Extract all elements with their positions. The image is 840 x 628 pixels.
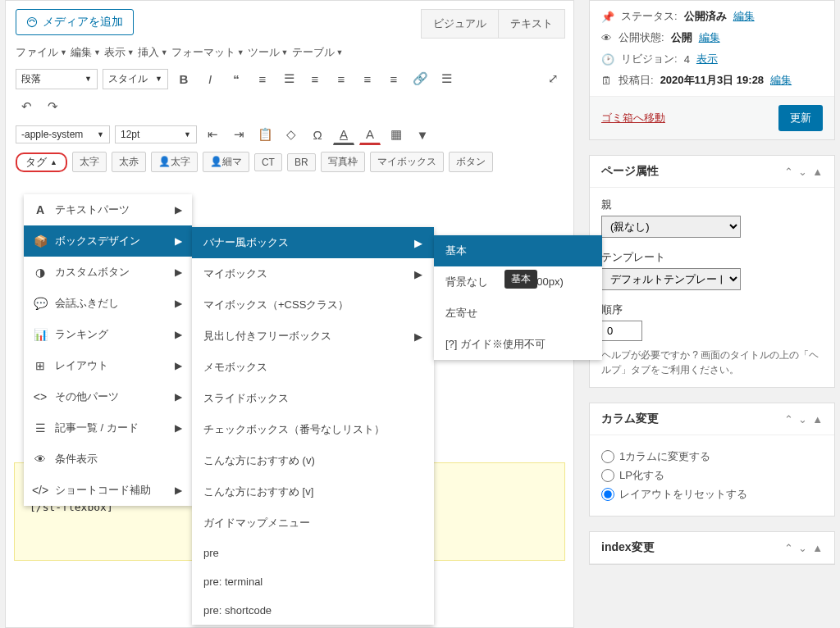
align-justify-icon[interactable]: ≡ bbox=[383, 68, 404, 89]
quote-icon[interactable]: “ bbox=[226, 68, 247, 89]
style-btn-mybox[interactable]: マイボックス bbox=[370, 152, 444, 172]
bullet-list-icon[interactable]: ≡ bbox=[252, 68, 273, 89]
add-media-label: メディアを追加 bbox=[43, 15, 123, 30]
collapse-up-icon[interactable]: ▲ bbox=[812, 166, 823, 178]
toggle-icon: ◑ bbox=[34, 266, 47, 279]
menu-view[interactable]: 表示▼ bbox=[104, 45, 135, 60]
style-btn-thin[interactable]: 👤細マ bbox=[203, 152, 249, 172]
menu-tools[interactable]: ツール▼ bbox=[248, 45, 289, 60]
dd-speech[interactable]: 💬会話ふきだし▶ bbox=[24, 288, 192, 319]
sm1-recommend-v[interactable]: こんな方におすすめ (v) bbox=[192, 445, 434, 476]
style-btn-photo[interactable]: 写真枠 bbox=[321, 152, 365, 172]
style-btn-ct[interactable]: CT bbox=[254, 153, 282, 171]
sm2-guide[interactable]: [?] ガイド※使用不可 bbox=[434, 329, 602, 360]
collapse-up-icon[interactable]: ▲ bbox=[812, 542, 823, 554]
sm2-left[interactable]: 左寄せ bbox=[434, 298, 602, 329]
parent-select[interactable]: (親なし) bbox=[601, 216, 741, 238]
style-btn-br[interactable]: BR bbox=[287, 153, 316, 171]
link-icon[interactable]: 🔗 bbox=[409, 68, 431, 89]
sm1-checkbox[interactable]: チェックボックス（番号なしリスト） bbox=[192, 414, 434, 445]
visibility-edit-link[interactable]: 編集 bbox=[699, 30, 720, 45]
sm1-recommend-bv[interactable]: こんな方におすすめ [v] bbox=[192, 476, 434, 507]
align-left-icon[interactable]: ≡ bbox=[304, 68, 326, 89]
sm1-heading-free[interactable]: 見出し付きフリーボックス▶ bbox=[192, 321, 434, 352]
align-right-icon[interactable]: ≡ bbox=[357, 68, 378, 89]
menu-insert[interactable]: 挿入▼ bbox=[138, 45, 168, 60]
outdent-icon[interactable]: ⇤ bbox=[202, 124, 223, 145]
update-button[interactable]: 更新 bbox=[778, 105, 823, 131]
radio-lp[interactable] bbox=[601, 469, 614, 482]
sm1-pre-terminal[interactable]: pre: terminal bbox=[192, 567, 434, 596]
dd-shortcode[interactable]: </>ショートコード補助▶ bbox=[24, 475, 192, 506]
sm1-slide[interactable]: スライドボックス bbox=[192, 383, 434, 414]
tag-dropdown-button[interactable]: タグ▲ bbox=[16, 152, 67, 172]
tab-text[interactable]: テキスト bbox=[498, 9, 565, 39]
page-attr-help: ヘルプが必要ですか ? 画面のタイトルの上の「ヘルプ」タブをご利用ください。 bbox=[601, 348, 823, 377]
date-edit-link[interactable]: 編集 bbox=[770, 73, 792, 88]
sm1-pre[interactable]: pre bbox=[192, 539, 434, 567]
chevron-down-icon[interactable]: ⌄ bbox=[798, 542, 807, 554]
tab-visual[interactable]: ビジュアル bbox=[421, 9, 498, 39]
indent-icon[interactable]: ⇥ bbox=[228, 124, 249, 145]
chevron-up-icon[interactable]: ⌃ bbox=[784, 413, 793, 425]
number-list-icon[interactable]: ☰ bbox=[278, 68, 299, 89]
style-btn-red[interactable]: 太赤 bbox=[112, 152, 146, 172]
add-media-button[interactable]: メディアを追加 bbox=[16, 9, 134, 35]
style-btn-bold2[interactable]: 👤太字 bbox=[151, 152, 198, 172]
bold-icon[interactable]: B bbox=[173, 68, 194, 89]
sm1-banner-box[interactable]: バナー風ボックス▶ bbox=[192, 227, 434, 258]
undo-icon[interactable]: ↶ bbox=[16, 96, 37, 117]
format-select[interactable]: 段落▼ bbox=[16, 69, 98, 89]
menu-format[interactable]: フォーマット▼ bbox=[171, 45, 244, 60]
radio-1column[interactable] bbox=[601, 450, 614, 463]
redo-icon[interactable]: ↷ bbox=[42, 96, 63, 117]
dd-custom-button[interactable]: ◑カスタムボタン▶ bbox=[24, 257, 192, 288]
sm1-mybox-css[interactable]: マイボックス（+CSSクラス） bbox=[192, 289, 434, 321]
chevron-down-icon[interactable]: ⌄ bbox=[798, 166, 807, 178]
status-edit-link[interactable]: 編集 bbox=[733, 9, 755, 24]
sm1-mybox[interactable]: マイボックス▶ bbox=[192, 258, 434, 289]
template-select[interactable]: デフォルトテンプレート bbox=[601, 268, 741, 290]
paste-icon[interactable]: 📋 bbox=[254, 124, 276, 145]
style-btn-button[interactable]: ボタン bbox=[449, 152, 493, 172]
dd-box-design[interactable]: 📦ボックスデザイン▶ bbox=[24, 225, 192, 257]
dd-ranking[interactable]: 📊ランキング▶ bbox=[24, 319, 192, 350]
font-select[interactable]: -apple-system▼ bbox=[16, 125, 110, 143]
media-icon bbox=[26, 16, 38, 28]
fullscreen-icon[interactable]: ⤢ bbox=[542, 68, 564, 89]
size-select[interactable]: 12pt▼ bbox=[115, 125, 197, 143]
align-center-icon[interactable]: ≡ bbox=[331, 68, 352, 89]
dd-condition[interactable]: 👁条件表示 bbox=[24, 444, 192, 475]
sm1-guidemap[interactable]: ガイドマップメニュー bbox=[192, 507, 434, 539]
clear-format-icon[interactable]: ◇ bbox=[281, 124, 302, 145]
more-icon[interactable]: ☰ bbox=[436, 68, 457, 89]
special-char-icon[interactable]: Ω bbox=[307, 124, 328, 145]
sm1-memo[interactable]: メモボックス bbox=[192, 352, 434, 383]
chart-icon: 📊 bbox=[34, 328, 47, 341]
menu-file[interactable]: ファイル▼ bbox=[16, 45, 67, 60]
chevron-up-icon[interactable]: ⌃ bbox=[784, 166, 793, 178]
chevron-up-icon[interactable]: ⌃ bbox=[784, 542, 793, 554]
dd-text-parts[interactable]: Aテキストパーツ▶ bbox=[24, 194, 192, 225]
dd-layout[interactable]: ⊞レイアウト▶ bbox=[24, 350, 192, 381]
sm1-pre-shortcode[interactable]: pre: shortcode bbox=[192, 596, 434, 625]
italic-icon[interactable]: I bbox=[199, 68, 221, 89]
menu-edit[interactable]: 編集▼ bbox=[71, 45, 101, 60]
radio-reset[interactable] bbox=[601, 488, 614, 501]
order-input[interactable] bbox=[601, 321, 642, 341]
highlight-icon[interactable]: A bbox=[333, 124, 354, 145]
submenu-box-design: バナー風ボックス▶ マイボックス▶ マイボックス（+CSSクラス） 見出し付きフ… bbox=[192, 227, 434, 625]
style-btn-bold[interactable]: 太字 bbox=[72, 152, 107, 172]
extra-icon[interactable]: ▼ bbox=[412, 124, 433, 145]
style-select[interactable]: スタイル▼ bbox=[103, 69, 168, 89]
sm2-basic[interactable]: 基本 bbox=[434, 235, 602, 266]
fontcolor-icon[interactable]: A bbox=[359, 124, 381, 145]
chevron-down-icon[interactable]: ⌄ bbox=[798, 413, 807, 425]
table-icon[interactable]: ▦ bbox=[386, 124, 407, 145]
menu-table[interactable]: テーブル▼ bbox=[292, 45, 344, 60]
move-to-trash-link[interactable]: ゴミ箱へ移動 bbox=[601, 111, 665, 125]
collapse-up-icon[interactable]: ▲ bbox=[812, 413, 823, 425]
dd-article-list[interactable]: ☰記事一覧 / カード▶ bbox=[24, 412, 192, 444]
dd-other[interactable]: <>その他パーツ▶ bbox=[24, 381, 192, 412]
revisions-browse-link[interactable]: 表示 bbox=[696, 52, 718, 66]
